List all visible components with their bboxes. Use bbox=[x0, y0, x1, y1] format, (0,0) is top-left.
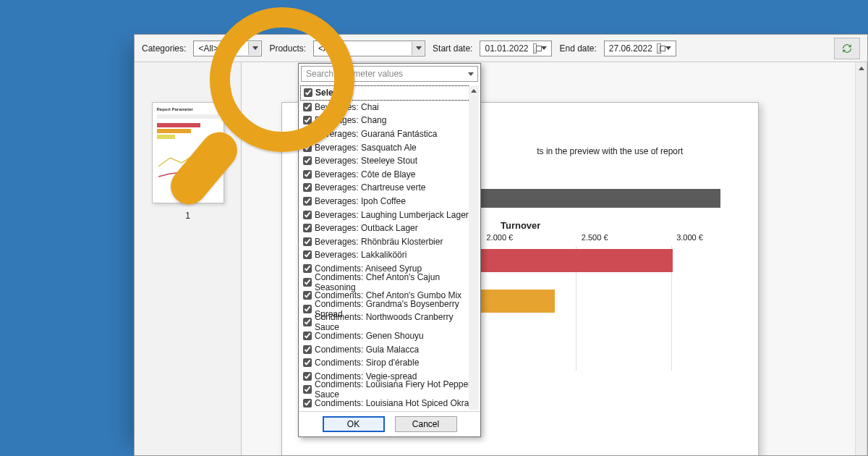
item-checkbox[interactable] bbox=[303, 291, 312, 300]
dropdown-item[interactable]: Beverages: Côte de Blaye bbox=[300, 168, 479, 182]
item-checkbox[interactable] bbox=[303, 372, 312, 381]
axis-tick-label: 2.000 € bbox=[480, 233, 519, 242]
calendar-icon bbox=[657, 43, 661, 54]
dropdown-item[interactable]: Beverages: Chai bbox=[300, 101, 479, 114]
axis-tick-label: 3.000 € bbox=[670, 233, 710, 242]
dropdown-search-input[interactable]: Search parameter values bbox=[301, 66, 478, 82]
products-dropdown-popup: Search parameter values Select all Bever… bbox=[298, 63, 481, 437]
select-all-checkbox[interactable] bbox=[304, 88, 312, 97]
item-checkbox[interactable] bbox=[303, 156, 312, 165]
start-date-input[interactable]: 01.01.2022 bbox=[480, 41, 552, 56]
calendar-icon bbox=[533, 43, 537, 54]
dropdown-list: Select all Beverages: ChaiBeverages: Cha… bbox=[299, 84, 480, 411]
thumbnail-panel: Report Parameter 1 bbox=[135, 62, 242, 455]
parameter-toolbar: Categories: <All> Products: <All> Start … bbox=[135, 35, 867, 62]
item-checkbox[interactable] bbox=[303, 358, 312, 367]
categories-combo[interactable]: <All> bbox=[193, 41, 262, 56]
chart-title: Turnover bbox=[501, 220, 540, 231]
scroll-up-icon[interactable] bbox=[469, 85, 479, 96]
axis-tick-label: 2.500 € bbox=[575, 233, 615, 242]
dropdown-item[interactable]: Beverages: Outback Lager bbox=[300, 221, 479, 235]
item-checkbox[interactable] bbox=[303, 237, 312, 246]
dropdown-item[interactable]: Condiments: Gula Malacca bbox=[300, 342, 479, 356]
dropdown-item[interactable]: Beverages: Ipoh Coffee bbox=[300, 195, 479, 208]
item-checkbox[interactable] bbox=[303, 211, 312, 219]
dropdown-item[interactable]: Beverages: Sasquatch Ale bbox=[300, 140, 479, 154]
item-checkbox[interactable] bbox=[303, 224, 312, 232]
dropdown-scrollbar[interactable] bbox=[469, 85, 479, 410]
item-checkbox[interactable] bbox=[303, 197, 312, 206]
end-date-input[interactable]: 27.06.2022 bbox=[604, 41, 676, 56]
item-checkbox[interactable] bbox=[303, 116, 312, 124]
select-all-item[interactable]: Select all bbox=[301, 86, 478, 100]
page-thumbnail[interactable]: Report Parameter bbox=[152, 102, 224, 203]
dropdown-item[interactable]: Condiments: Sirop d'érable bbox=[300, 356, 479, 370]
chevron-down-icon bbox=[252, 46, 258, 50]
item-checkbox[interactable] bbox=[303, 305, 312, 313]
refresh-button[interactable] bbox=[834, 38, 860, 59]
item-checkbox[interactable] bbox=[303, 332, 312, 340]
app-body: Report Parameter 1 Yo ts in the preview … bbox=[135, 62, 867, 455]
scroll-up-icon[interactable] bbox=[856, 62, 867, 74]
item-checkbox[interactable] bbox=[303, 130, 312, 138]
end-date-label: End date: bbox=[559, 43, 596, 54]
chevron-down-icon bbox=[541, 46, 547, 50]
item-checkbox[interactable] bbox=[303, 250, 312, 259]
dropdown-item[interactable]: Beverages: Steeleye Stout bbox=[300, 154, 479, 168]
chevron-down-icon bbox=[665, 46, 671, 50]
dropdown-item[interactable]: Beverages: Lakkalikööri bbox=[300, 248, 479, 262]
cancel-button[interactable]: Cancel bbox=[395, 416, 457, 432]
ok-button[interactable]: OK bbox=[323, 416, 385, 432]
categories-label: Categories: bbox=[142, 43, 186, 54]
item-checkbox[interactable] bbox=[303, 264, 312, 273]
refresh-icon bbox=[842, 43, 852, 54]
dropdown-item[interactable]: Condiments: Louisiana Fiery Hot Pepper S… bbox=[300, 383, 479, 397]
item-checkbox[interactable] bbox=[303, 278, 312, 287]
mini-line-chart bbox=[157, 152, 215, 181]
thumbnail-page-number: 1 bbox=[185, 211, 190, 221]
dropdown-item[interactable]: Beverages: Chang bbox=[300, 114, 479, 127]
products-label: Products: bbox=[269, 43, 306, 54]
app-window: Categories: <All> Products: <All> Start … bbox=[134, 34, 868, 456]
dropdown-item[interactable]: Beverages: Guaraná Fantástica bbox=[300, 127, 479, 141]
item-checkbox[interactable] bbox=[303, 385, 312, 394]
item-checkbox[interactable] bbox=[303, 170, 312, 179]
dropdown-item[interactable]: Beverages: Laughing Lumberjack Lager bbox=[300, 208, 479, 221]
chevron-down-icon bbox=[416, 46, 422, 50]
preview-scrollbar[interactable] bbox=[855, 62, 867, 455]
item-checkbox[interactable] bbox=[303, 143, 312, 152]
dropdown-item[interactable]: Condiments: Northwoods Cranberry Sauce bbox=[300, 316, 479, 329]
dropdown-buttons: OK Cancel bbox=[299, 411, 480, 436]
dropdown-item[interactable]: Beverages: Chartreuse verte bbox=[300, 181, 479, 195]
item-checkbox[interactable] bbox=[303, 103, 312, 111]
item-checkbox[interactable] bbox=[303, 318, 312, 326]
products-combo[interactable]: <All> bbox=[313, 41, 425, 56]
start-date-label: Start date: bbox=[433, 43, 472, 54]
item-checkbox[interactable] bbox=[303, 183, 312, 192]
dropdown-item[interactable]: Beverages: Rhönbräu Klosterbier bbox=[300, 235, 479, 249]
item-checkbox[interactable] bbox=[303, 345, 312, 354]
item-checkbox[interactable] bbox=[303, 399, 312, 408]
dropdown-item[interactable]: Condiments: Chef Anton's Cajun Seasoning bbox=[300, 275, 479, 289]
dropdown-item[interactable]: Condiments: Louisiana Hot Spiced Okra bbox=[300, 397, 479, 410]
